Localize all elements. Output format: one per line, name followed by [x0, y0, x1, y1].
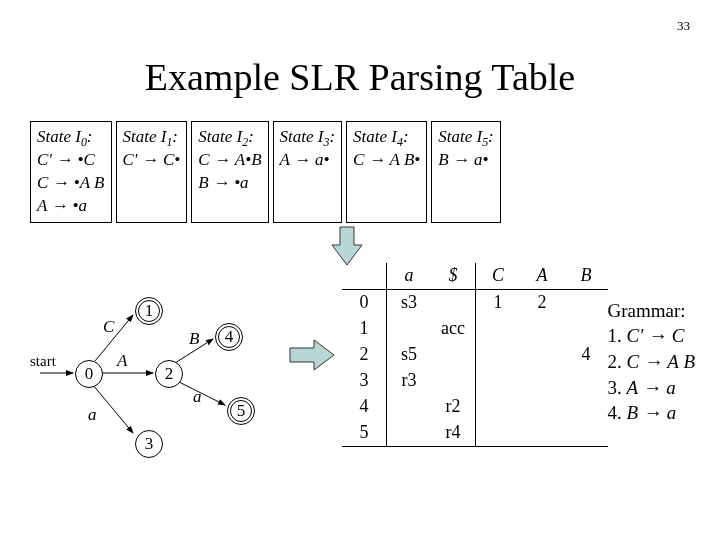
table-cell — [387, 420, 432, 447]
table-cell: 2 — [520, 289, 564, 316]
table-cell: s5 — [387, 342, 432, 368]
table-cell: r3 — [387, 368, 432, 394]
edge-label-C: C — [103, 317, 114, 337]
grammar-rule: 3. A → a — [608, 375, 695, 401]
state-item: A → •a — [37, 195, 105, 218]
grammar-heading: Grammar: — [608, 298, 695, 324]
state-title: State I4: — [353, 126, 420, 149]
edge-label-B: B — [189, 329, 199, 349]
table-cell: s3 — [387, 289, 432, 316]
dfa-node-0: 0 — [75, 360, 103, 388]
table-cell — [564, 394, 608, 420]
state-title: State I5: — [438, 126, 494, 149]
edge-label-a1: a — [88, 405, 97, 425]
edge-label-A: A — [117, 351, 127, 371]
table-cell — [431, 289, 476, 316]
state-item: B → •a — [198, 172, 261, 195]
table-cell — [476, 420, 521, 447]
state-title: State I2: — [198, 126, 261, 149]
table-cell — [564, 316, 608, 342]
page-title: Example SLR Parsing Table — [0, 55, 720, 99]
table-col-header: a — [387, 263, 432, 290]
svg-line-3 — [93, 385, 133, 433]
table-cell — [520, 342, 564, 368]
dfa-diagram: start C A a B a 012345 — [35, 275, 265, 475]
state-box-3: State I3:A → a• — [273, 121, 343, 223]
state-item: C → A•B — [198, 149, 261, 172]
table-cell: r2 — [431, 394, 476, 420]
table-cell — [431, 368, 476, 394]
down-arrow-icon — [330, 225, 364, 267]
page-number: 33 — [677, 18, 690, 34]
state-box-0: State I0:C' → •CC → •A BA → •a — [30, 121, 112, 223]
state-item: C' → C• — [123, 149, 181, 172]
table-cell — [564, 420, 608, 447]
right-arrow-icon — [288, 338, 336, 372]
table-cell — [476, 368, 521, 394]
table-cell — [564, 368, 608, 394]
table-row-header: 1 — [342, 316, 387, 342]
table-cell: 1 — [476, 289, 521, 316]
state-item: C' → •C — [37, 149, 105, 172]
grammar-rule: 4. B → a — [608, 400, 695, 426]
dfa-node-5: 5 — [227, 397, 255, 425]
parsing-table: a$CAB0s3121acc2s543r34r25r4 — [342, 263, 608, 447]
table-row-header: 0 — [342, 289, 387, 316]
table-cell: 4 — [564, 342, 608, 368]
start-label: start — [30, 353, 56, 370]
states-row: State I0:C' → •CC → •A BA → •aState I1:C… — [0, 121, 720, 223]
grammar-block: Grammar: 1. C' → C2. C → A B3. A → a4. B… — [608, 298, 695, 426]
state-box-5: State I5:B → a• — [431, 121, 501, 223]
state-box-2: State I2:C → A•BB → •a — [191, 121, 268, 223]
state-item: B → a• — [438, 149, 494, 172]
table-cell — [520, 368, 564, 394]
state-box-4: State I4:C → A B• — [346, 121, 427, 223]
table-row-header: 5 — [342, 420, 387, 447]
table-col-header: $ — [431, 263, 476, 290]
table-cell — [431, 342, 476, 368]
table-cell — [387, 316, 432, 342]
table-cell — [476, 342, 521, 368]
table-row-header: 2 — [342, 342, 387, 368]
table-cell — [520, 394, 564, 420]
table-cell — [476, 394, 521, 420]
dfa-node-2: 2 — [155, 360, 183, 388]
table-cell: acc — [431, 316, 476, 342]
edge-label-a2: a — [193, 387, 202, 407]
grammar-rule: 2. C → A B — [608, 349, 695, 375]
table-cell — [387, 394, 432, 420]
table-col-header: C — [476, 263, 521, 290]
table-cell — [520, 316, 564, 342]
state-item: C → A B• — [353, 149, 420, 172]
dfa-node-1: 1 — [135, 297, 163, 325]
dfa-node-3: 3 — [135, 430, 163, 458]
table-cell: r4 — [431, 420, 476, 447]
grammar-rule: 1. C' → C — [608, 323, 695, 349]
table-cell — [520, 420, 564, 447]
table-row-header: 3 — [342, 368, 387, 394]
state-box-1: State I1:C' → C• — [116, 121, 188, 223]
state-title: State I0: — [37, 126, 105, 149]
table-col-header: B — [564, 263, 608, 290]
table-col-header: A — [520, 263, 564, 290]
table-cell — [564, 289, 608, 316]
table-row-header: 4 — [342, 394, 387, 420]
state-title: State I1: — [123, 126, 181, 149]
table-cell — [476, 316, 521, 342]
dfa-node-4: 4 — [215, 323, 243, 351]
state-title: State I3: — [280, 126, 336, 149]
state-item: A → a• — [280, 149, 336, 172]
state-item: C → •A B — [37, 172, 105, 195]
